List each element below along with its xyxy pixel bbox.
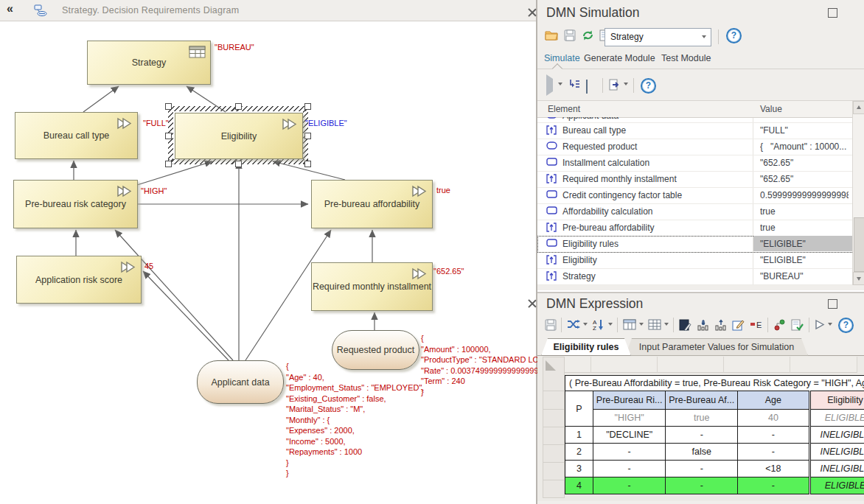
- node-pre-bureau-affordability[interactable]: Pre-bureau affordability: [311, 180, 433, 228]
- grid-empty-cell[interactable]: [565, 357, 591, 373]
- chevron-down-icon[interactable]: [639, 323, 644, 326]
- grid-row-header[interactable]: [543, 391, 565, 410]
- node-eligibility[interactable]: Eligibility: [175, 113, 303, 159]
- merge-rules-icon[interactable]: [773, 319, 787, 331]
- grid-corner-cell[interactable]: [543, 357, 565, 374]
- rule-cell[interactable]: -: [666, 461, 738, 477]
- node-strategy[interactable]: Strategy: [87, 41, 211, 85]
- hit-policy-cell[interactable]: P: [565, 391, 593, 427]
- grid-empty-cell[interactable]: [658, 357, 724, 373]
- vertical-scrollbar[interactable]: [852, 101, 864, 285]
- restore-icon[interactable]: [828, 299, 837, 309]
- diagram-canvas[interactable]: « Strategy. Decision Requirements Diagra…: [0, 0, 537, 504]
- sort-az-icon[interactable]: AZ: [592, 319, 605, 331]
- save-icon[interactable]: [564, 29, 576, 41]
- export-module-icon[interactable]: [608, 79, 620, 91]
- run-simulation-icon[interactable]: [546, 79, 553, 92]
- grid-empty-cell[interactable]: [724, 357, 790, 373]
- grid-row-header[interactable]: [543, 427, 565, 445]
- rule-cell[interactable]: -: [593, 444, 665, 461]
- grid-empty-cell[interactable]: [591, 357, 658, 373]
- scrollbar-thumb[interactable]: [854, 217, 864, 272]
- scroll-up-icon[interactable]: [853, 101, 864, 114]
- tab-simulate[interactable]: Simulate: [544, 53, 580, 63]
- rule-number[interactable]: 3: [565, 461, 593, 477]
- shuffle-icon[interactable]: [567, 319, 580, 329]
- table-header-icon[interactable]: [623, 319, 636, 330]
- tab-test-module[interactable]: Test Module: [661, 53, 711, 63]
- edit-rule-icon[interactable]: [679, 319, 691, 331]
- run-icon[interactable]: [815, 319, 825, 330]
- grid-row-header[interactable]: [543, 445, 565, 463]
- node-applicant-data[interactable]: Applicant data: [197, 360, 284, 404]
- remove-clause-icon[interactable]: E: [750, 319, 763, 330]
- rule-number[interactable]: 4: [565, 477, 593, 494]
- rule-output-cell[interactable]: INELIGIBLE: [809, 427, 864, 444]
- rule-cell[interactable]: -: [738, 444, 810, 461]
- list-row[interactable]: Required monthly installment "652.65": [537, 171, 852, 188]
- rule-cell[interactable]: false: [666, 444, 738, 461]
- node-application-risk-score[interactable]: Application risk score: [16, 256, 142, 304]
- column-element[interactable]: Element: [548, 104, 580, 114]
- list-row[interactable]: Installment calculation "652.65": [537, 155, 852, 172]
- stop-icon[interactable]: [586, 80, 588, 94]
- node-bureau-call-type[interactable]: Bureau call type: [15, 112, 138, 159]
- list-row[interactable]: Bureau call type "FULL": [537, 122, 852, 139]
- export-options-chevron-icon[interactable]: [624, 83, 628, 85]
- sim-output-value[interactable]: ELIGIBLE: [809, 410, 864, 427]
- sim-input-value[interactable]: "HIGH": [593, 410, 665, 427]
- grid-row-header[interactable]: [543, 463, 565, 480]
- list-row[interactable]: Affordability calculation true: [537, 203, 852, 220]
- chevron-down-icon[interactable]: [828, 323, 832, 326]
- input-column-header[interactable]: Pre-Bureau Ri...: [593, 391, 665, 410]
- rule-cell[interactable]: -: [666, 477, 738, 494]
- rule-cell[interactable]: <18: [738, 461, 810, 477]
- scroll-down-icon[interactable]: [853, 272, 864, 285]
- list-row-selected[interactable]: Eligibility rules "ELIGIBLE": [537, 236, 852, 253]
- rule-cell[interactable]: -: [738, 477, 810, 494]
- rule-number[interactable]: 2: [565, 444, 593, 461]
- save-icon[interactable]: [545, 319, 557, 331]
- grid-row-header[interactable]: [543, 410, 565, 427]
- list-row[interactable]: Credit contingency factor table 0.599999…: [537, 187, 852, 204]
- tab-input-parameter-values[interactable]: Input Parameter Values for Simulation: [625, 338, 808, 356]
- rule-cell[interactable]: "DECLINE": [593, 427, 665, 444]
- rule-cell[interactable]: -: [593, 477, 665, 494]
- input-column-header[interactable]: Pre-Bureau Af...: [666, 391, 738, 410]
- rule-cell[interactable]: -: [593, 461, 665, 477]
- decision-select[interactable]: Strategy: [605, 28, 711, 46]
- node-required-monthly-installment[interactable]: Required monthly installment: [311, 262, 433, 311]
- table-grid-icon[interactable]: [648, 319, 661, 330]
- help-icon[interactable]: [641, 78, 656, 94]
- rule-number[interactable]: 1: [565, 427, 593, 444]
- rule-cell[interactable]: -: [738, 427, 810, 444]
- add-output-column-icon[interactable]: [714, 319, 727, 331]
- add-input-column-icon[interactable]: [697, 319, 709, 331]
- grid-empty-cell[interactable]: [790, 357, 857, 373]
- list-row[interactable]: Pre-bureau affordability true: [537, 220, 852, 237]
- chevron-down-icon[interactable]: [583, 323, 588, 326]
- list-row[interactable]: Requested product { "Amount" : 10000...: [537, 139, 852, 155]
- edit-cell-icon[interactable]: [732, 319, 745, 331]
- grid-row-header[interactable]: [543, 480, 565, 498]
- step-into-icon[interactable]: [568, 79, 580, 89]
- open-folder-icon[interactable]: [545, 29, 558, 41]
- list-row[interactable]: Eligibility "ELIGIBLE": [537, 252, 852, 269]
- sim-input-value[interactable]: 40: [738, 410, 810, 427]
- grid-row-header[interactable]: [543, 372, 565, 391]
- column-value[interactable]: Value: [760, 104, 782, 114]
- help-icon[interactable]: [726, 28, 742, 43]
- rule-output-cell[interactable]: ELIGIBLE: [809, 477, 864, 494]
- sim-input-value[interactable]: true: [666, 410, 738, 427]
- rule-output-cell[interactable]: INELIGIBLE: [809, 444, 864, 461]
- node-pre-bureau-risk-category[interactable]: Pre-bureau risk category: [13, 180, 138, 228]
- restore-icon[interactable]: [828, 8, 837, 18]
- input-column-header[interactable]: Age: [738, 391, 810, 410]
- rule-cell[interactable]: -: [666, 427, 738, 444]
- help-icon[interactable]: [838, 318, 854, 333]
- chevron-down-icon[interactable]: [664, 323, 669, 326]
- rule-annotation-cell[interactable]: ( Pre-Bureau Affordability = true, Pre-B…: [565, 376, 864, 391]
- output-column-header[interactable]: Eligibility: [809, 391, 864, 410]
- list-row[interactable]: Strategy "BUREAU": [537, 268, 852, 285]
- chevron-down-icon[interactable]: [608, 323, 613, 326]
